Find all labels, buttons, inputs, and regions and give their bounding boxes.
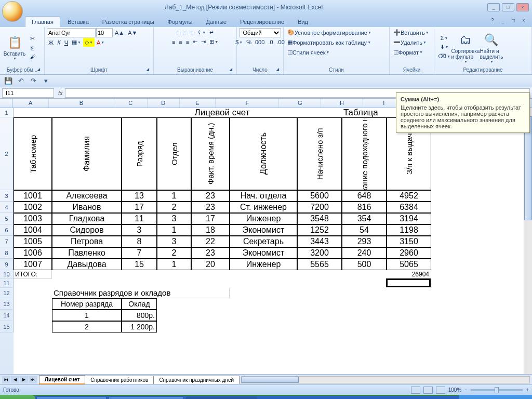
start-button[interactable]: ⊞ пуск	[0, 395, 35, 399]
merge-center[interactable]: ⊞▼	[208, 37, 220, 46]
header-cell[interactable]: Разряд	[122, 117, 157, 190]
delete-cells[interactable]: ➖ Удалить▼	[392, 38, 428, 47]
cell[interactable]: 1	[157, 259, 191, 270]
cell[interactable]: 1	[157, 224, 191, 236]
cell[interactable]: 23	[191, 202, 230, 213]
cell[interactable]: 26904	[387, 270, 431, 279]
col-D[interactable]: D	[148, 99, 180, 108]
save-button[interactable]: 💾	[3, 76, 14, 86]
tab-review[interactable]: Рецензирование	[234, 17, 290, 27]
cell[interactable]: 1 200р.	[122, 321, 157, 332]
cell[interactable]: 648	[342, 190, 387, 202]
undo-button[interactable]: ↶	[16, 76, 26, 86]
font-launcher[interactable]: ◢	[146, 67, 152, 73]
cell[interactable]: 23	[191, 247, 230, 259]
indent-inc[interactable]: ⇥	[200, 37, 207, 46]
sheet-prev[interactable]: ◀	[11, 376, 19, 383]
zoom-slider[interactable]	[471, 389, 523, 391]
paste-button[interactable]: 📋 Вставить▼	[2, 33, 27, 61]
currency[interactable]: $▼	[234, 38, 244, 46]
vertical-scrollbar[interactable]	[524, 108, 532, 374]
cell[interactable]: Инженер	[230, 213, 297, 224]
cell[interactable]: Иванов	[52, 202, 122, 213]
row-11[interactable]: 11	[0, 279, 14, 288]
ribbon-close[interactable]: ×	[520, 17, 528, 24]
row-8[interactable]: 8	[0, 247, 14, 259]
sheet-tab-2[interactable]: Справочник праздничных дней	[153, 376, 240, 384]
cell[interactable]: Петрова	[52, 236, 122, 247]
cell[interactable]: 54	[342, 224, 387, 236]
office-button[interactable]	[2, 1, 23, 22]
align-left[interactable]: ≡	[170, 37, 177, 46]
font-color-button[interactable]: A▼	[95, 38, 106, 47]
cell[interactable]: 7	[122, 247, 157, 259]
cell[interactable]: Оклад	[122, 298, 157, 310]
cell[interactable]: 1007	[14, 259, 52, 270]
header-cell[interactable]: Отдел	[157, 117, 191, 190]
copy-button[interactable]: ⎘	[28, 44, 37, 52]
cell[interactable]: 3443	[297, 236, 342, 247]
name-box[interactable]	[2, 88, 54, 98]
cell[interactable]: 1002	[14, 202, 52, 213]
sheet-next[interactable]: ▶	[20, 376, 28, 383]
cell[interactable]: 5565	[297, 259, 342, 270]
task-2[interactable]: 📗 Microsoft Excel - Лаб...	[186, 396, 257, 399]
row-14[interactable]: 14	[0, 310, 14, 321]
worksheet-grid[interactable]: ABCDEFGHIJKLM 123456789101112131415 Лице…	[0, 99, 532, 374]
col-C[interactable]: C	[114, 99, 148, 108]
cell[interactable]: 3150	[387, 236, 431, 247]
help-button[interactable]: ?	[488, 17, 497, 24]
ref-title[interactable]: Справочник разрядов и окладов	[52, 288, 230, 298]
row-9[interactable]: 9	[0, 259, 14, 270]
cell[interactable]: 22	[191, 236, 230, 247]
cell[interactable]: 3	[122, 224, 157, 236]
cell[interactable]: 8	[122, 236, 157, 247]
zoom-in[interactable]: +	[526, 387, 529, 393]
sort-filter[interactable]: 🗂 Сортировка и фильтр▼	[453, 31, 478, 64]
sheet-tab-1[interactable]: Справочник работников	[85, 376, 154, 384]
restore-button[interactable]: □	[502, 3, 514, 11]
cell[interactable]: Экономист	[230, 247, 297, 259]
inc-dec[interactable]: .0	[267, 38, 274, 46]
grow-font[interactable]: A▲	[113, 28, 126, 37]
col-B[interactable]: B	[49, 99, 114, 108]
cell[interactable]: 2	[52, 321, 122, 332]
find-select[interactable]: 🔍 Найти и выделить▼	[479, 31, 504, 64]
cell[interactable]: 7200	[297, 202, 342, 213]
cell[interactable]: Сидоров	[52, 224, 122, 236]
cell[interactable]: Ст. инженер	[230, 202, 297, 213]
font-name[interactable]	[47, 28, 96, 37]
cell[interactable]: Алексеева	[52, 190, 122, 202]
cell[interactable]: 13	[122, 190, 157, 202]
select-all[interactable]	[0, 99, 12, 108]
layout-view[interactable]	[423, 387, 433, 394]
row-7[interactable]: 7	[0, 236, 14, 247]
insert-cells[interactable]: ➕ Вставить▼	[392, 28, 431, 37]
cell[interactable]: 1004	[14, 224, 52, 236]
comma[interactable]: 000	[254, 38, 266, 46]
header-cell[interactable]: Факт. время (дн.)	[191, 117, 230, 190]
row-12[interactable]: 12	[0, 288, 14, 298]
cell[interactable]: 11	[122, 213, 157, 224]
row-2[interactable]: 2	[0, 117, 14, 190]
ribbon-restore[interactable]: □	[509, 17, 517, 24]
cell[interactable]: 23	[191, 190, 230, 202]
cell[interactable]: 293	[342, 236, 387, 247]
align-middle[interactable]: ≡	[181, 28, 188, 37]
cell[interactable]: 354	[342, 213, 387, 224]
sheet-first[interactable]: ⏮	[2, 376, 10, 383]
cell[interactable]: 20	[191, 259, 230, 270]
hscroll-thumb[interactable]	[242, 377, 299, 383]
cell[interactable]: 500	[342, 259, 387, 270]
row-5[interactable]: 5	[0, 213, 14, 224]
align-center[interactable]: ≡	[177, 37, 183, 46]
cell[interactable]: 1003	[14, 213, 52, 224]
wrap-text[interactable]: ↵	[208, 28, 216, 37]
cell[interactable]: Давыдова	[52, 259, 122, 270]
clipboard-launcher[interactable]: ◢	[37, 67, 43, 73]
row-4[interactable]: 4	[0, 202, 14, 213]
shrink-font[interactable]: A▼	[126, 28, 139, 37]
indent-dec[interactable]: ⇤	[191, 37, 199, 46]
tab-formulas[interactable]: Формулы	[162, 17, 199, 27]
cell[interactable]: 2960	[387, 247, 431, 259]
